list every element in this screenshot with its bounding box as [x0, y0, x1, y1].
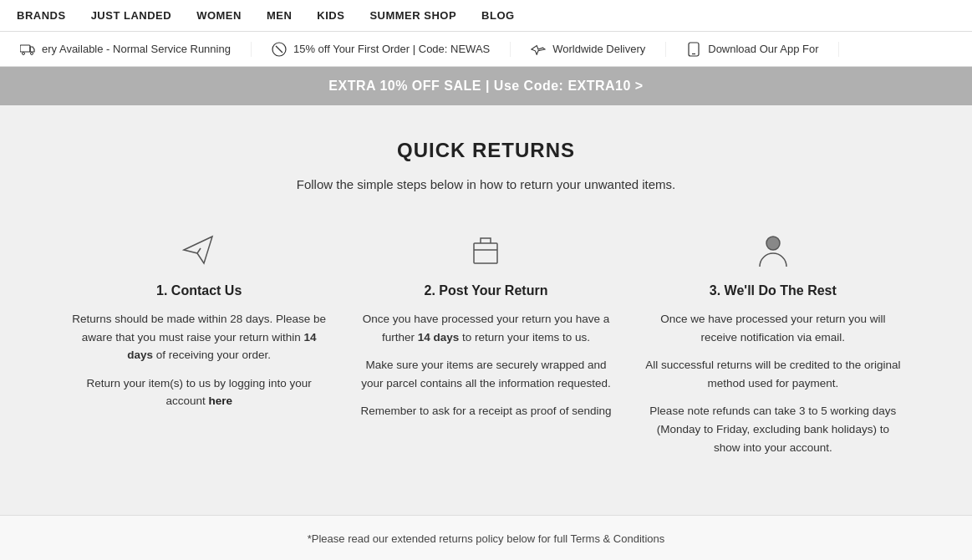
worldwide-delivery: Worldwide Delivery	[511, 42, 666, 57]
nav-just-landed[interactable]: JUST LANDED	[91, 9, 172, 22]
truck-icon	[20, 42, 35, 57]
svg-line-4	[276, 46, 282, 53]
promo-banner[interactable]: EXTRA 10% OFF SALE | Use Code: EXTRA10 >	[0, 67, 972, 105]
tag-icon	[272, 42, 287, 57]
svg-point-8	[766, 237, 780, 250]
step2-body: Once you have processed your return you …	[355, 310, 617, 420]
step1-body: Returns should be made within 28 days. P…	[69, 310, 330, 410]
delivery-status: ery Available - Normal Service Running	[0, 42, 252, 57]
phone-icon	[686, 42, 701, 57]
post-return-icon	[461, 225, 511, 275]
download-app: Download Our App For	[666, 42, 839, 57]
nav-blog[interactable]: BLOG	[481, 9, 515, 22]
nav-summer-shop[interactable]: SUMMER SHOP	[369, 9, 456, 22]
nav-men[interactable]: MEN	[267, 9, 292, 22]
info-bar: ery Available - Normal Service Running 1…	[0, 32, 972, 67]
step3-body: Once we have processed your return you w…	[642, 310, 903, 456]
contact-icon	[174, 225, 224, 275]
steps-grid: 1. Contact Us Returns should be made wit…	[69, 225, 904, 456]
page-title: QUICK RETURNS	[17, 139, 955, 162]
delivery-status-text: ery Available - Normal Service Running	[42, 43, 231, 55]
nav-kids[interactable]: KIDS	[317, 9, 344, 22]
svg-point-2	[31, 52, 33, 54]
svg-rect-7	[474, 243, 497, 263]
footer-note: *Please read our extended returns policy…	[0, 515, 972, 560]
page-subtitle: Follow the simple steps below in how to …	[17, 177, 955, 191]
footer-note-text: *Please read our extended returns policy…	[308, 532, 665, 545]
plane-icon	[531, 42, 546, 57]
discount-offer: 15% off Your First Order | Code: NEWAS	[252, 42, 511, 57]
promo-text: EXTRA 10% OFF SALE | Use Code: EXTRA10 >	[328, 79, 643, 93]
nav-brands[interactable]: BRANDS	[17, 9, 66, 22]
step-contact-us: 1. Contact Us Returns should be made wit…	[69, 225, 330, 456]
person-icon	[748, 225, 798, 275]
step2-title: 2. Post Your Return	[425, 283, 548, 298]
account-here-link[interactable]: here	[208, 395, 232, 407]
svg-rect-0	[20, 45, 30, 52]
download-app-text: Download Our App For	[708, 43, 818, 55]
top-navigation: BRANDS JUST LANDED WOMEN MEN KIDS SUMMER…	[0, 0, 972, 32]
svg-point-1	[23, 52, 25, 54]
nav-women[interactable]: WOMEN	[196, 9, 242, 22]
step-we-do-rest: 3. We'll Do The Rest Once we have proces…	[642, 225, 903, 456]
main-content: QUICK RETURNS Follow the simple steps be…	[0, 105, 972, 507]
step1-title: 1. Contact Us	[156, 283, 242, 298]
discount-text: 15% off Your First Order | Code: NEWAS	[293, 43, 490, 55]
worldwide-delivery-text: Worldwide Delivery	[552, 43, 645, 55]
step3-title: 3. We'll Do The Rest	[710, 283, 837, 298]
step-post-return: 2. Post Your Return Once you have proces…	[355, 225, 617, 456]
